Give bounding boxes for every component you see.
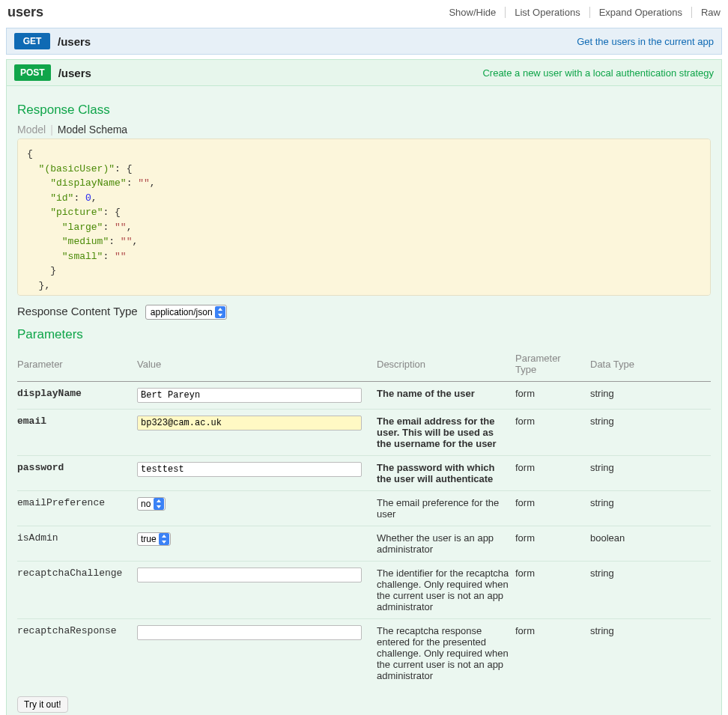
op-post-desc: Create a new user with a local authentic…	[482, 67, 714, 79]
param-dtype: string	[590, 410, 711, 456]
tab-model-schema[interactable]: Model Schema	[58, 124, 127, 136]
content-type-label: Response Content Type	[17, 305, 138, 317]
response-class-title: Response Class	[17, 103, 711, 118]
param-input-email[interactable]	[137, 416, 362, 430]
param-ptype: form	[515, 562, 590, 619]
param-dtype: boolean	[590, 526, 711, 562]
param-value-cell: true	[137, 526, 377, 562]
param-desc: The email address for the user. This wil…	[377, 410, 515, 456]
table-row: emailThe email address for the user. Thi…	[17, 410, 711, 456]
param-dtype: string	[590, 619, 711, 688]
param-value-cell	[137, 562, 377, 619]
param-desc: The name of the user	[377, 382, 515, 410]
th-dtype: Data Type	[590, 348, 711, 382]
param-value-cell	[137, 456, 377, 491]
table-row: recaptchaChallengeThe identifier for the…	[17, 562, 711, 619]
op-get-desc: Get the users in the current app	[577, 36, 714, 47]
param-input-password[interactable]	[137, 462, 362, 477]
param-name: recaptchaResponse	[17, 619, 137, 688]
param-select-isAdmin[interactable]: true	[137, 532, 171, 546]
table-row: passwordThe password with which the user…	[17, 456, 711, 491]
param-input-recaptchaResponse[interactable]	[137, 625, 362, 640]
parameters-table: Parameter Value Description Parameter Ty…	[17, 348, 711, 687]
op-showhide[interactable]: Show/Hide	[440, 7, 506, 18]
tab-model[interactable]: Model	[17, 124, 46, 136]
param-name: email	[17, 410, 137, 456]
op-raw[interactable]: Raw	[692, 7, 721, 18]
th-ptype: Parameter Type	[515, 348, 590, 382]
param-dtype: string	[590, 491, 711, 526]
table-row: isAdmintrueWhether the user is an app ad…	[17, 526, 711, 562]
content-type-row: Response Content Type application/json	[17, 305, 711, 320]
resource-ops: Show/Hide List Operations Expand Operati…	[440, 7, 721, 18]
op-expand[interactable]: Expand Operations	[590, 7, 692, 18]
param-desc: The recaptcha response entered for the p…	[377, 619, 515, 688]
operation-post-row[interactable]: POST /users Create a new user with a loc…	[6, 59, 722, 86]
param-ptype: form	[515, 619, 590, 688]
th-description: Description	[377, 348, 515, 382]
param-ptype: form	[515, 526, 590, 562]
param-desc: The identifier for the recaptcha challen…	[377, 562, 515, 619]
resource-header: users Show/Hide List Operations Expand O…	[0, 0, 728, 28]
param-value-cell	[137, 382, 377, 410]
param-name: password	[17, 456, 137, 491]
method-badge-post: POST	[14, 64, 51, 81]
table-row: recaptchaResponseThe recaptcha response …	[17, 619, 711, 688]
param-dtype: string	[590, 456, 711, 491]
param-input-displayName[interactable]	[137, 388, 362, 403]
operation-get-row[interactable]: GET /users Get the users in the current …	[6, 28, 722, 55]
param-dtype: string	[590, 382, 711, 410]
try-it-out-button[interactable]: Try it out!	[17, 696, 68, 713]
th-value: Value	[137, 348, 377, 382]
response-class-tabs: Model|Model Schema	[17, 124, 711, 136]
param-desc: Whether the user is an app administrator	[377, 526, 515, 562]
param-desc: The email preference for the user	[377, 491, 515, 526]
param-dtype: string	[590, 562, 711, 619]
th-parameter: Parameter	[17, 348, 137, 382]
param-name: emailPreference	[17, 491, 137, 526]
param-ptype: form	[515, 456, 590, 491]
param-select-emailPreference[interactable]: no	[137, 497, 166, 511]
table-row: emailPreferencenoThe email preference fo…	[17, 491, 711, 526]
op-post-path: /users	[58, 67, 91, 79]
param-input-recaptchaChallenge[interactable]	[137, 568, 362, 582]
param-value-cell	[137, 619, 377, 688]
content-type-select[interactable]: application/json	[145, 305, 227, 320]
op-list[interactable]: List Operations	[506, 7, 589, 18]
resource-title: users	[7, 4, 43, 20]
param-name: displayName	[17, 382, 137, 410]
param-name: isAdmin	[17, 526, 137, 562]
param-desc: The password with which the user will au…	[377, 456, 515, 491]
param-ptype: form	[515, 382, 590, 410]
param-value-cell: no	[137, 491, 377, 526]
operation-post-body: Response Class Model|Model Schema { "(ba…	[6, 86, 722, 715]
method-badge-get: GET	[14, 33, 50, 49]
parameters-title: Parameters	[17, 327, 711, 342]
param-value-cell	[137, 410, 377, 456]
op-get-path: /users	[58, 35, 91, 48]
table-row: displayNameThe name of the userformstrin…	[17, 382, 711, 410]
param-ptype: form	[515, 491, 590, 526]
model-schema-code[interactable]: { "(basicUser)": { "displayName": "", "i…	[17, 139, 711, 296]
param-ptype: form	[515, 410, 590, 456]
param-name: recaptchaChallenge	[17, 562, 137, 619]
